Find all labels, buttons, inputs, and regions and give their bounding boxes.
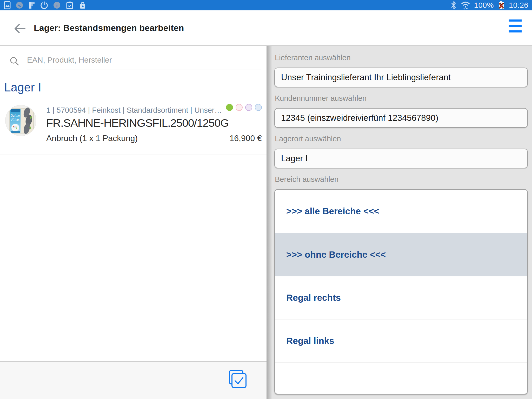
filter-panel: Lieferanten auswählen Unser Trainingslie… xyxy=(267,46,532,399)
gallery-icon xyxy=(4,1,11,9)
svg-text:€: € xyxy=(18,3,21,8)
customer-number-value: 12345 (einszweidreivierfünf 1234567890) xyxy=(281,113,438,123)
page-title: Lager: Bestandsmengen bearbeiten xyxy=(34,23,184,33)
bluetooth-icon xyxy=(451,1,457,10)
storage-location-select[interactable]: Lager I xyxy=(274,149,528,168)
search-field[interactable]: EAN, Produkt, Hersteller xyxy=(0,46,267,70)
storage-location-label: Lagerort auswählen xyxy=(275,135,528,143)
notification-icons: € i xyxy=(4,0,87,10)
customer-number-label: Kundennummer auswählen xyxy=(275,94,528,102)
app-bar: Lager: Bestandsmengen bearbeiten xyxy=(0,10,532,46)
area-option-none[interactable]: >>> ohne Bereiche <<< xyxy=(275,233,527,276)
back-arrow-icon xyxy=(14,22,26,35)
supplier-label: Lieferanten auswählen xyxy=(275,54,528,62)
hamburger-menu-icon xyxy=(509,19,522,22)
product-status-dots xyxy=(226,104,262,111)
search-input[interactable]: EAN, Produkt, Hersteller xyxy=(27,56,261,70)
info-icon: i xyxy=(53,1,61,9)
power-icon xyxy=(40,1,48,9)
customer-number-select[interactable]: 12345 (einszweidreivierfünf 1234567890) xyxy=(274,108,528,128)
clock: 10:26 xyxy=(509,1,528,10)
menu-button[interactable] xyxy=(509,19,522,33)
product-meta: 1 | 5700594 | Feinkost | Standardsortime… xyxy=(46,106,226,115)
wifi-icon xyxy=(461,1,470,10)
euro-icon: € xyxy=(16,1,23,9)
multi-select-button[interactable] xyxy=(226,369,248,391)
status-dot-blue xyxy=(255,104,262,111)
flipboard-icon xyxy=(28,1,35,9)
area-label: Bereich auswählen xyxy=(275,175,528,183)
section-title: Lager I xyxy=(4,81,267,94)
list-divider xyxy=(0,155,267,155)
status-indicators: 100% 10:26 xyxy=(451,0,528,10)
product-brand-line2: Filets xyxy=(11,118,19,122)
multi-select-check-icon xyxy=(226,369,248,391)
area-option-regal-links[interactable]: Regal links xyxy=(275,319,527,362)
search-icon xyxy=(9,56,20,68)
bottom-toolbar xyxy=(0,361,267,399)
product-quantity: Anbruch (1 x 1 Packung) xyxy=(46,134,138,143)
play-store-icon xyxy=(78,1,87,9)
svg-text:i: i xyxy=(56,3,57,8)
screen: € i xyxy=(0,0,532,399)
search-placeholder: EAN, Produkt, Hersteller xyxy=(27,56,112,64)
area-option-regal-rechts[interactable]: Regal rechts xyxy=(275,276,527,319)
product-price: 16,900 € xyxy=(229,134,262,143)
area-listbox: >>> alle Bereiche <<< >>> ohne Bereiche … xyxy=(274,189,528,394)
battery-icon xyxy=(497,1,505,10)
battery-percent: 100% xyxy=(474,1,494,10)
product-brand-line1: Sahne xyxy=(11,114,20,117)
area-option-all[interactable]: >>> alle Bereiche <<< xyxy=(275,190,527,233)
status-dot-green xyxy=(226,104,233,111)
area-listbox-empty-space xyxy=(275,362,527,394)
status-bar: € i xyxy=(0,0,532,10)
product-name: FR.SAHNE-HERINGSFIL.2500/1250G xyxy=(46,117,262,129)
supplier-select[interactable]: Unser Trainingslieferant Ihr Lieblingsli… xyxy=(274,68,528,87)
product-list-panel: EAN, Produkt, Hersteller Lager I xyxy=(0,46,267,399)
content: EAN, Produkt, Hersteller Lager I xyxy=(0,46,532,399)
product-image: Sahne Filets xyxy=(5,105,36,136)
storage-location-value: Lager I xyxy=(281,154,308,163)
status-dot-lavender xyxy=(245,104,252,111)
clipboard-check-icon xyxy=(65,1,74,9)
status-dot-pink xyxy=(236,104,243,111)
supplier-value: Unser Trainingslieferant Ihr Lieblingsli… xyxy=(281,72,451,82)
back-button[interactable] xyxy=(14,22,26,35)
product-list-item[interactable]: Sahne Filets 1 | 5700594 | Feinkost | St… xyxy=(0,102,267,143)
